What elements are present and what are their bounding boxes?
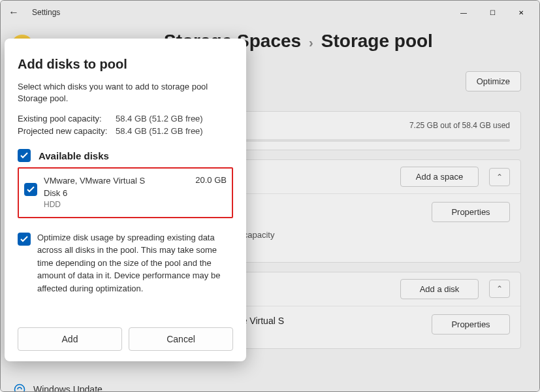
disk-selection-highlighted: VMware, VMware Virtual S Disk 6 HDD 20.0… <box>18 167 233 218</box>
modal-overlay: Add disks to pool Select which disks you… <box>1 1 539 391</box>
add-button[interactable]: Add <box>18 327 122 351</box>
projected-capacity-value: 58.4 GB (51.2 GB free) <box>116 126 203 136</box>
add-disks-dialog: Add disks to pool Select which disks you… <box>5 39 246 361</box>
available-disks-label: Available disks <box>39 150 109 161</box>
existing-capacity-value: 58.4 GB (51.2 GB free) <box>116 114 203 123</box>
disk-name: VMware, VMware Virtual S <box>44 175 189 187</box>
disk-checkbox[interactable] <box>24 183 37 196</box>
available-disks-checkbox[interactable] <box>18 149 31 162</box>
cancel-button[interactable]: Cancel <box>129 327 233 351</box>
projected-capacity-label: Projected new capacity: <box>18 126 116 136</box>
optimize-description: Optimize disk usage by spreading existin… <box>37 231 233 295</box>
existing-capacity-label: Existing pool capacity: <box>18 114 116 123</box>
disk-size: 20.0 GB <box>195 175 227 185</box>
optimize-checkbox[interactable] <box>18 233 31 246</box>
disk-number: Disk 6 <box>44 188 189 199</box>
disk-type: HDD <box>44 199 189 210</box>
dialog-description: Select which disks you want to add to st… <box>18 81 233 105</box>
dialog-title: Add disks to pool <box>18 57 233 72</box>
